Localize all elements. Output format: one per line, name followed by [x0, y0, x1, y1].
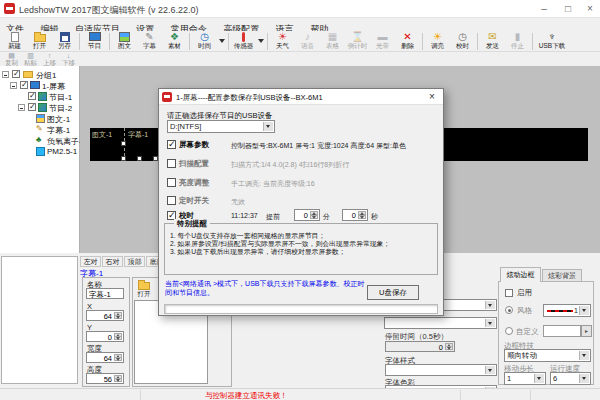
spinner-down[interactable] [114, 378, 122, 382]
toolbar-separator [422, 33, 423, 50]
selection-handle[interactable] [137, 156, 142, 161]
stay-time-spinner[interactable]: 0 [385, 341, 455, 352]
expander-icon[interactable] [2, 71, 9, 78]
new-file-icon [11, 31, 19, 42]
scan-config-detail: 扫描方式:1/4 4.0(2.8) 4扫16行8列折行 [231, 160, 349, 170]
second-unit-label: 秒 [371, 212, 378, 222]
screen-params-checkbox[interactable] [167, 140, 176, 149]
spinner-down[interactable] [114, 336, 122, 340]
status-bar: 与控制器建立通讯失败！ [0, 388, 600, 400]
send-button[interactable]: ✉发送 [480, 31, 505, 51]
toolbar-separator [267, 33, 268, 50]
expander-icon[interactable] [10, 82, 17, 89]
material-button[interactable]: ❖素材 [162, 31, 187, 51]
time-sync-button[interactable]: ◷校时 [450, 31, 475, 51]
usb-device-combo[interactable]: D:[NTFS] [167, 120, 275, 133]
name-field[interactable]: 字幕-1 [86, 288, 124, 299]
align-right-button[interactable]: 右对 [102, 256, 123, 267]
imagetext-button[interactable]: 图文 [112, 31, 137, 51]
sensor-button[interactable]: 传感器 [231, 31, 256, 51]
spinner-down[interactable] [114, 357, 122, 361]
usb-download-button[interactable]: ♆USB下载 [535, 31, 569, 51]
custom-input[interactable] [543, 325, 581, 337]
dropdown-arrow-icon[interactable] [579, 374, 589, 383]
spinner-down[interactable] [114, 315, 122, 319]
spinner-down[interactable] [358, 215, 366, 219]
browse-button[interactable]: ▸ [581, 325, 592, 337]
y-field[interactable]: 0 [86, 331, 124, 342]
arrow-up-icon: ↑ [48, 52, 52, 59]
sensor-dropdown-arrow[interactable] [256, 32, 265, 50]
border-effect-combo[interactable]: 顺向转动 [504, 349, 591, 362]
scan-config-checkbox[interactable] [167, 159, 176, 168]
enable-checkbox[interactable] [505, 289, 513, 297]
tree-checkbox[interactable] [28, 103, 36, 111]
height-field[interactable]: 56 [86, 373, 124, 384]
tree-label-group[interactable]: 分组1 [36, 70, 56, 81]
tree-label-imagetext[interactable]: 图文-1 [47, 114, 70, 125]
brightness-icon: ☀ [433, 31, 442, 42]
move-step-combo[interactable]: 1 [504, 372, 546, 385]
program-button[interactable]: 节目 [82, 31, 107, 51]
open-button[interactable]: 打开 [27, 31, 52, 51]
weather-button[interactable]: ☀天气 [270, 31, 295, 51]
usb-save-button[interactable]: U盘保存 [367, 285, 419, 300]
font-style-combo[interactable] [385, 364, 497, 376]
expander-icon[interactable] [18, 104, 25, 111]
advance-sec-spinner[interactable]: 0 [342, 209, 368, 221]
minimize-button[interactable]: – [534, 0, 554, 18]
tab-color-background[interactable]: 炫彩背景 [542, 269, 582, 282]
tree-label-pm25[interactable]: PM2.5-1 [47, 147, 77, 156]
copy-button[interactable]: ▤复制 [2, 52, 21, 66]
selection-handle[interactable] [121, 156, 126, 161]
style-radio[interactable] [505, 306, 513, 314]
tree-checkbox[interactable] [20, 81, 28, 89]
delete-button[interactable]: ✕删除 [395, 31, 420, 51]
tree-label-program1[interactable]: 节目-1 [49, 92, 72, 103]
brightness-adjust-label: 亮度调整 [179, 178, 209, 188]
close-button[interactable]: × [580, 0, 600, 18]
dropdown-arrow-icon[interactable] [263, 122, 273, 131]
tree-checkbox[interactable] [28, 92, 36, 100]
align-top-button[interactable]: 顶部 [124, 256, 145, 267]
tree-label-subtitle[interactable]: 字幕-1 [47, 125, 70, 136]
new-button[interactable]: 新建 [2, 31, 27, 51]
tab-border-effect[interactable]: 炫动边框 [500, 267, 541, 282]
dialog-close-button[interactable]: × [424, 90, 440, 103]
dropdown-arrow-icon[interactable] [579, 306, 589, 315]
text-combo-2[interactable] [384, 317, 497, 329]
brightness-button[interactable]: ☀调亮 [425, 31, 450, 51]
time-button[interactable]: ◷时间 [192, 31, 217, 51]
tree-label-program2[interactable]: 节目-2 [49, 103, 72, 114]
dropdown-arrow-icon[interactable] [485, 366, 495, 374]
move-up-button[interactable]: ↑上移 [40, 52, 59, 66]
brightness-adjust-checkbox[interactable] [167, 178, 176, 187]
status-divider [530, 390, 531, 400]
paste-button[interactable]: ▥粘贴 [21, 52, 40, 66]
border-style-combo[interactable]: 1 [543, 304, 591, 317]
run-speed-combo[interactable]: 6 [550, 372, 591, 385]
width-field[interactable]: 64 [86, 352, 124, 363]
custom-radio[interactable] [505, 327, 513, 335]
selection-handle[interactable] [121, 141, 126, 146]
x-field[interactable]: 64 [86, 310, 124, 321]
style-label: 风格 [517, 306, 532, 316]
align-left-button[interactable]: 左对 [80, 256, 101, 267]
time-sync-detail: 11:12:37 [231, 212, 258, 219]
save-as-button[interactable]: 另存 [52, 31, 77, 51]
move-down-button[interactable]: ↓下移 [59, 52, 78, 66]
spinner-down[interactable] [445, 346, 453, 350]
timer-switch-checkbox[interactable] [167, 196, 176, 205]
mini-open-button[interactable]: 打开 [134, 280, 154, 297]
dropdown-arrow-icon[interactable] [485, 319, 495, 327]
tree-label-screen[interactable]: 1-屏幕 [42, 81, 65, 92]
spinner-down[interactable] [310, 215, 318, 219]
dropdown-arrow-icon[interactable] [534, 374, 544, 383]
advance-min-spinner[interactable]: 0 [294, 209, 320, 221]
dropdown-arrow-icon[interactable] [485, 301, 495, 309]
dropdown-arrow-icon[interactable] [579, 351, 589, 360]
tree-checkbox[interactable] [12, 70, 20, 78]
subtitle-button[interactable]: ✎字幕 [137, 31, 162, 51]
maximize-button[interactable]: □ [558, 0, 578, 18]
time-dropdown-arrow[interactable] [217, 32, 226, 50]
